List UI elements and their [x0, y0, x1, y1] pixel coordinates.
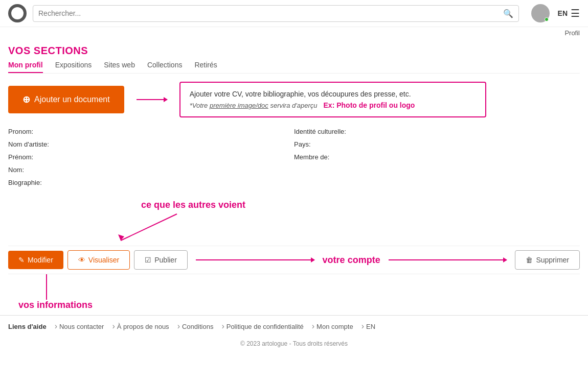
label-biographie: Biographie:	[8, 179, 64, 186]
lang-label: EN	[558, 9, 568, 17]
field-biographie: Biographie:	[8, 179, 294, 186]
online-dot	[545, 17, 549, 21]
footer-link-conditions[interactable]: Conditions	[177, 322, 214, 331]
footer-link-confidentialite[interactable]: Politique de confidentialité	[221, 322, 303, 331]
label-nom-artiste: Nom d'artiste:	[8, 140, 64, 148]
footer-link-contact[interactable]: Nous contacter	[55, 322, 104, 331]
profil-link-row: Profil	[0, 27, 588, 39]
publier-button[interactable]: ☑ Publier	[134, 250, 188, 270]
add-document-button[interactable]: ⊕ Ajouter un document	[8, 86, 124, 113]
info-box-italic: *Votre première image/doc servira d'aper…	[190, 102, 318, 109]
annotation-vos-info: vos informations	[8, 274, 580, 315]
info-box-main-text: Ajouter votre CV, votre bibliographie, v…	[190, 90, 476, 98]
modifier-label: Modifier	[28, 256, 53, 264]
footer-link-en[interactable]: EN	[361, 322, 375, 331]
profile-fields: Pronom: Nom d'artiste: Prénom: Nom: Biog…	[8, 128, 580, 192]
search-input[interactable]	[38, 9, 499, 17]
publier-label: Publier	[154, 256, 177, 264]
visualiser-label: Visualiser	[88, 256, 119, 264]
field-pays: Pays:	[294, 140, 580, 148]
check-icon: ☑	[145, 256, 151, 264]
footer: Liens d'aide Nous contacter À propos de …	[0, 315, 588, 337]
search-bar: 🔍	[33, 5, 519, 22]
edit-icon: ✎	[18, 256, 25, 264]
info-box-highlight: Ex: Photo de profil ou logo	[324, 101, 415, 109]
profile-col-left: Pronom: Nom d'artiste: Prénom: Nom: Biog…	[8, 128, 294, 192]
label-prenom: Prénom:	[8, 153, 64, 161]
tab-retires[interactable]: Retirés	[194, 61, 217, 73]
main-content: VOS SECTIONS Mon profil Expositions Site…	[0, 39, 588, 315]
info-box: Ajouter votre CV, votre bibliographie, v…	[179, 82, 486, 117]
label-pays: Pays:	[294, 140, 350, 148]
header: 🔍 EN ☰	[0, 0, 588, 27]
label-identite: Identité culturelle:	[294, 128, 350, 135]
tab-mon-profil[interactable]: Mon profil	[8, 61, 43, 73]
action-buttons-row: ✎ Modifier 👁 Visualiser ☑ Publier votre …	[8, 246, 580, 274]
nav-tabs: Mon profil Expositions Sites web Collect…	[8, 61, 580, 74]
field-nom: Nom:	[8, 166, 294, 174]
field-prenom: Prénom:	[8, 153, 294, 161]
svg-line-0	[121, 214, 177, 241]
arrow-to-info	[137, 99, 167, 100]
arrow-votre-compte	[196, 259, 314, 260]
votre-compte-text: votre compte	[323, 255, 380, 266]
info-box-sub: *Votre première image/doc servira d'aper…	[190, 101, 476, 109]
tab-expositions[interactable]: Expositions	[55, 61, 92, 73]
visualiser-button[interactable]: 👁 Visualiser	[67, 250, 130, 270]
lang-menu[interactable]: EN ☰	[558, 7, 580, 19]
label-membre: Membre de:	[294, 153, 350, 161]
tab-sites-web[interactable]: Sites web	[104, 61, 135, 73]
footer-liens-aide: Liens d'aide	[8, 323, 47, 330]
field-identite: Identité culturelle:	[294, 128, 580, 135]
profil-link[interactable]: Profil	[564, 29, 580, 37]
trash-icon: 🗑	[526, 256, 533, 264]
hamburger-icon[interactable]: ☰	[571, 7, 580, 19]
field-membre: Membre de:	[294, 153, 580, 161]
logo-icon[interactable]	[8, 4, 27, 22]
annotation-arrow-svg	[8, 200, 580, 246]
modifier-button[interactable]: ✎ Modifier	[8, 251, 63, 269]
label-nom: Nom:	[8, 166, 64, 174]
profile-col-right: Identité culturelle: Pays: Membre de:	[294, 128, 580, 192]
label-pronom: Pronom:	[8, 128, 64, 135]
add-document-row: ⊕ Ajouter un document Ajouter votre CV, …	[8, 82, 580, 117]
header-right: EN ☰	[531, 4, 580, 22]
search-button[interactable]: 🔍	[503, 9, 513, 18]
footer-copyright: © 2023 artologue - Tous droits réservés	[0, 337, 588, 350]
annotation-ce-que: ce que les autres voient	[8, 200, 580, 246]
field-nom-artiste: Nom d'artiste:	[8, 140, 294, 148]
supprimer-button[interactable]: 🗑 Supprimer	[515, 250, 580, 270]
arrow-votre-compte-2	[389, 259, 507, 260]
section-title: VOS SECTIONS	[8, 39, 580, 61]
annotation-vos-info-svg	[8, 274, 580, 315]
footer-link-apropos[interactable]: À propos de nous	[112, 322, 169, 331]
annotation-vos-info-text: vos informations	[18, 300, 93, 310]
footer-link-mon-compte[interactable]: Mon compte	[312, 322, 353, 331]
field-pronom: Pronom:	[8, 128, 294, 135]
plus-icon: ⊕	[22, 94, 30, 105]
avatar[interactable]	[531, 4, 550, 22]
add-document-label: Ajouter un document	[34, 95, 110, 104]
tab-collections[interactable]: Collections	[147, 61, 182, 73]
footer-links: Nous contacter À propos de nous Conditio…	[55, 322, 580, 331]
supprimer-label: Supprimer	[536, 256, 569, 264]
eye-icon: 👁	[78, 256, 85, 264]
